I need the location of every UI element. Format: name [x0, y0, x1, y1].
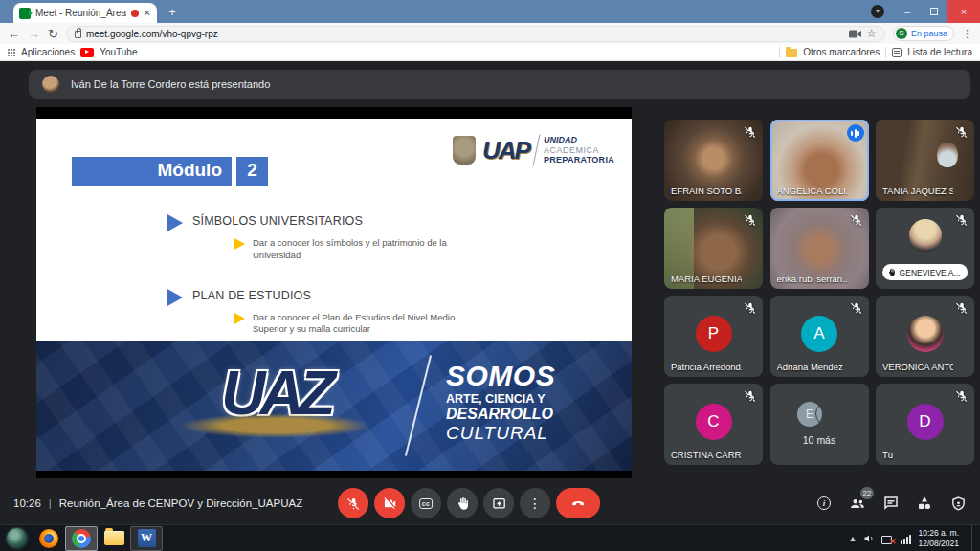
module-number: 2 — [236, 157, 268, 186]
meet-app: Iván De la Torre Cordero está presentand… — [0, 61, 980, 524]
close-button[interactable]: × — [947, 0, 980, 23]
participant-tile[interactable]: VERONICA ANTO... — [876, 296, 974, 377]
self-tile[interactable]: D Tú — [876, 384, 974, 465]
bookmark-star-icon[interactable]: ☆ — [866, 27, 877, 40]
chat-button[interactable] — [882, 495, 900, 512]
tray-clock[interactable]: 10:26 a. m. 12/08/2021 — [918, 528, 965, 548]
url-text[interactable]: meet.google.com/vho-qpvg-rpz — [86, 29, 844, 39]
bullet-title: SÍMBOLOS UNIVERSITARIOS — [192, 214, 363, 228]
participant-tile[interactable]: EFRAIN SOTO BA... — [664, 120, 763, 201]
other-bookmarks-folder-icon[interactable] — [786, 49, 797, 57]
participant-tile[interactable]: MARIA EUGENIA ... — [664, 208, 763, 289]
divider — [885, 47, 886, 58]
participant-initial-avatar: C — [696, 403, 732, 439]
leave-call-button[interactable] — [556, 488, 600, 518]
present-screen-button[interactable] — [483, 488, 514, 518]
org-name: UNIDAD ACADEMICA PREPARATORIA — [544, 135, 614, 165]
desktop-screen: Meet - Reunión_Área de CE ✕ + ▾ – × ← → … — [0, 0, 980, 551]
apps-grid-icon[interactable] — [8, 49, 15, 56]
browser-menu-icon[interactable]: ⋮ — [962, 28, 972, 40]
shared-screen-stage[interactable]: Módulo 2 UAP UNIDAD ACADEMICA PREPARATOR… — [36, 107, 632, 478]
participant-initial-avatar: D — [907, 403, 944, 439]
meet-bottom-bar: 10:26 | Reunión_Área de CENPOV y Direcci… — [0, 482, 980, 524]
meeting-details-button[interactable]: i — [815, 495, 833, 512]
bullet-description: Dar a conocer los símbolos y el patrimon… — [253, 237, 473, 262]
presenting-text: Iván De la Torre Cordero está presentand… — [71, 78, 270, 90]
taskbar-explorer-button[interactable] — [98, 526, 130, 551]
mic-muted-icon — [744, 125, 757, 139]
module-label: Módulo — [72, 157, 232, 186]
browser-tabstrip: Meet - Reunión_Área de CE ✕ + ▾ – × — [0, 0, 980, 23]
camera-in-use-icon[interactable] — [849, 30, 861, 38]
profile-avatar: S — [896, 28, 907, 39]
tab-title: Meet - Reunión_Área de CE — [35, 8, 126, 18]
participant-tile[interactable]: C CRISTINA CARRIL... — [664, 384, 763, 465]
lock-icon — [75, 31, 81, 38]
maximize-button[interactable] — [921, 0, 947, 23]
participant-tile[interactable]: A Adriana Mendez — [770, 296, 869, 377]
participant-tile-hand-raised[interactable]: GENEVIEVE A... — [876, 208, 974, 289]
sub-bullet-arrow-icon — [234, 313, 245, 324]
participant-tile-speaking[interactable]: ANGELICA COLI... — [770, 120, 869, 201]
reload-button[interactable]: ↻ — [48, 28, 58, 40]
participants-button[interactable]: 22 — [849, 495, 866, 512]
taskbar-chrome-button[interactable] — [65, 526, 98, 551]
camera-toggle-button[interactable] — [374, 488, 405, 518]
overflow-participants-tile[interactable]: E 10 más — [770, 384, 869, 465]
reading-list-label[interactable]: Lista de lectura — [907, 47, 972, 57]
participant-tile[interactable]: erika rubi serran... — [770, 208, 869, 289]
slide-logos: UAP UNIDAD ACADEMICA PREPARATORIA — [453, 134, 614, 166]
other-bookmarks-label[interactable]: Otros marcadores — [803, 47, 880, 57]
raise-hand-button[interactable] — [447, 488, 478, 518]
volume-icon[interactable] — [863, 533, 875, 544]
new-tab-button[interactable]: + — [165, 5, 180, 20]
profile-sync-chip[interactable]: S En pausa — [893, 26, 954, 41]
activities-button[interactable] — [916, 495, 933, 512]
mic-toggle-button[interactable] — [338, 488, 368, 518]
bookmark-youtube[interactable]: YouTube — [100, 47, 137, 57]
divider — [405, 355, 432, 455]
youtube-icon[interactable] — [80, 48, 94, 57]
slide-bullets: SÍMBOLOS UNIVERSITARIOS Dar a conocer lo… — [167, 214, 473, 336]
taskbar-firefox-button[interactable] — [33, 526, 65, 551]
divider: | — [49, 497, 52, 509]
signal-strength-icon[interactable] — [901, 534, 911, 544]
mic-muted-icon — [955, 125, 969, 139]
slide-footer-banner: UAZ SOMOS ARTE, CIENCIA Y DESARROLLO CUL… — [36, 341, 632, 471]
forward-button: → — [28, 28, 40, 40]
mic-muted-icon — [955, 389, 969, 403]
participant-tile[interactable]: P Patricia Arredond... — [664, 296, 763, 377]
browser-theme-icon[interactable]: ▾ — [871, 5, 884, 18]
tray-expand-icon[interactable]: ▲ — [849, 534, 858, 543]
sync-paused-label: En pausa — [911, 29, 947, 38]
minimize-button[interactable]: – — [894, 0, 921, 23]
bullet-description: Dar a conocer el Plan de Estudios del Ni… — [253, 312, 473, 337]
more-options-button[interactable]: ⋮ — [520, 488, 550, 518]
browser-tab[interactable]: Meet - Reunión_Área de CE ✕ — [13, 3, 157, 23]
system-tray: ▲ ✕ 10:26 a. m. 12/08/2021 — [849, 525, 976, 551]
call-controls: cc ⋮ — [338, 488, 600, 518]
taskbar-word-button[interactable]: W — [130, 526, 163, 551]
meeting-name: Reunión_Área de CENPOV y Dirección_UAPUA… — [59, 497, 302, 509]
address-bar[interactable]: meet.google.com/vho-qpvg-rpz ☆ — [66, 26, 885, 42]
participant-initial-avatar: P — [696, 315, 732, 351]
host-controls-button[interactable] — [949, 495, 967, 512]
captions-button[interactable]: cc — [411, 488, 441, 518]
meeting-clock: 10:26 — [13, 497, 41, 509]
start-button[interactable] — [0, 526, 33, 551]
hand-raised-pill: GENEVIEVE A... — [882, 264, 969, 280]
bookmark-aplicaciones[interactable]: Aplicaciones — [21, 47, 75, 57]
audio-speaking-icon — [847, 124, 864, 142]
show-desktop-button[interactable] — [971, 525, 976, 551]
participant-tile[interactable]: TANIA JAQUEZ S... — [876, 120, 974, 201]
network-disconnected-icon[interactable]: ✕ — [881, 534, 894, 544]
participant-initial-avatar: A — [801, 315, 837, 351]
reading-list-icon[interactable] — [892, 48, 902, 57]
windows-taskbar: W ▲ ✕ 10:26 a. m. 12/08/2021 — [0, 524, 980, 551]
participant-photo-avatar — [815, 401, 841, 427]
mic-muted-icon — [850, 213, 863, 227]
tab-close-icon[interactable]: ✕ — [144, 9, 151, 18]
back-button[interactable]: ← — [8, 28, 20, 40]
mic-muted-icon — [744, 301, 757, 315]
participant-photo-avatar — [907, 315, 944, 351]
